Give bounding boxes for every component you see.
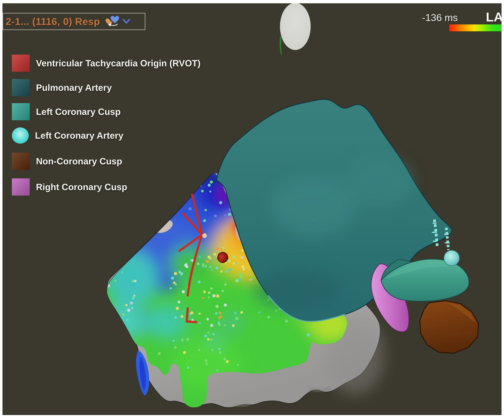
legend-item-left-coronary-cusp: Left Coronary Cusp	[12, 103, 120, 121]
legend-item-right-coronary-cusp: Right Coronary Cusp	[12, 178, 127, 196]
app-window: { "header": { "map_label": "2-1... (1116…	[0, 0, 504, 420]
legend-label-vt-origin-rvot: Ventricular Tachycardia Origin (RVOT)	[36, 58, 200, 68]
legend-label-left-coronary-cusp: Left Coronary Cusp	[36, 106, 120, 117]
legend-swatch-vt-origin-rvot	[12, 55, 30, 72]
line-anchor-dot	[202, 233, 207, 238]
legend-swatch-right-coronary-cusp	[12, 178, 30, 195]
legend-label-left-coronary-artery: Left Coronary Artery	[35, 130, 123, 141]
legend-label-pulmonary-artery: Pulmonary Artery	[36, 82, 112, 93]
lat-colorbar	[449, 24, 502, 31]
dual-hearts-map-icon	[105, 15, 121, 28]
legend-label-non-coronary-cusp: Non-Coronary Cusp	[36, 156, 122, 166]
vt-origin-sphere[interactable]	[218, 252, 228, 262]
map-label: 2-1... (1116, 0) Resp	[6, 16, 100, 27]
legend-item-pulmonary-artery: Pulmonary Artery	[12, 79, 112, 97]
map-side-label: LA	[486, 10, 503, 24]
legend-swatch-pulmonary-artery	[12, 79, 30, 96]
legend-swatch-non-coronary-cusp	[12, 153, 30, 170]
legend-item-vt-origin-rvot: Ventricular Tachycardia Origin (RVOT)	[12, 54, 200, 72]
legend-swatch-left-coronary-cusp	[12, 103, 30, 120]
legend-item-left-coronary-artery: Left Coronary Artery	[12, 126, 123, 145]
legend-swatch-left-coronary-artery	[12, 128, 29, 144]
legend-label-right-coronary-cusp: Right Coronary Cusp	[36, 182, 127, 192]
map-selector[interactable]: 2-1... (1116, 0) Resp	[2, 13, 145, 30]
left-coronary-artery-sphere[interactable]	[444, 250, 459, 266]
left-coronary-cusp-mesh[interactable]	[381, 259, 469, 301]
lat-min-label: -136 ms	[422, 12, 458, 23]
legend-item-non-coronary-cusp: Non-Coronary Cusp	[12, 152, 122, 170]
chevron-down-icon[interactable]	[122, 18, 131, 25]
